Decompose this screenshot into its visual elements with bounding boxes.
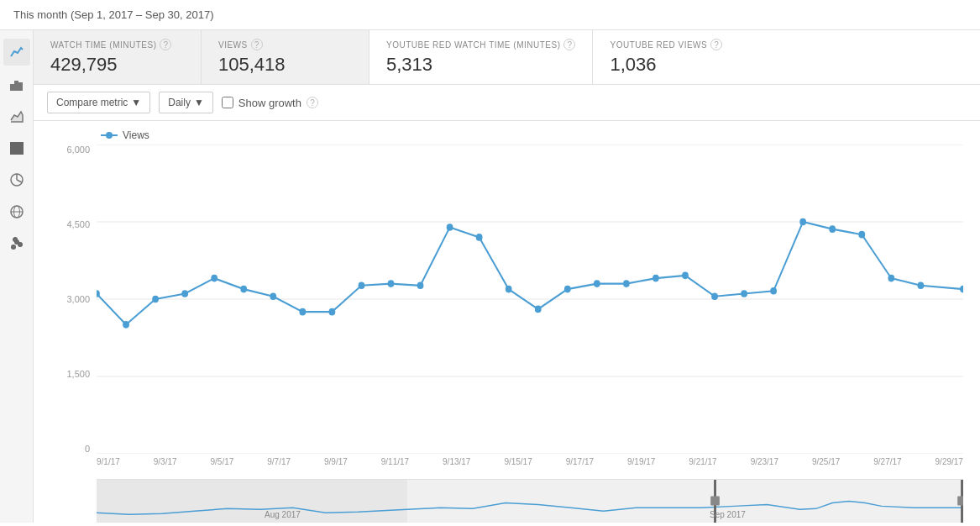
x-label-4: 9/9/17 bbox=[324, 457, 348, 466]
x-label-3: 9/7/17 bbox=[267, 457, 291, 466]
svg-point-30 bbox=[328, 308, 335, 316]
x-label-10: 9/21/17 bbox=[689, 457, 716, 466]
svg-rect-3 bbox=[11, 143, 23, 145]
svg-rect-55 bbox=[710, 497, 720, 506]
mini-label-sep: Sep 2017 bbox=[710, 510, 746, 519]
svg-point-15 bbox=[18, 243, 22, 246]
metric-help-watch-time[interactable]: ? bbox=[160, 39, 171, 50]
svg-point-47 bbox=[829, 225, 836, 233]
metric-help-views[interactable]: ? bbox=[251, 39, 263, 50]
svg-point-39 bbox=[594, 280, 600, 287]
metric-watch-time[interactable]: WATCH TIME (MINUTES) ? 429,795 bbox=[34, 30, 202, 84]
y-label-1: 1,500 bbox=[50, 369, 97, 379]
svg-rect-56 bbox=[957, 497, 963, 506]
x-label-14: 9/29/17 bbox=[935, 457, 963, 466]
svg-rect-4 bbox=[11, 146, 23, 148]
svg-point-27 bbox=[240, 286, 247, 293]
x-label-0: 9/1/17 bbox=[97, 457, 120, 466]
x-label-13: 9/27/17 bbox=[873, 457, 901, 466]
sidebar-icon-table[interactable] bbox=[3, 134, 30, 161]
x-label-6: 9/13/17 bbox=[443, 457, 470, 466]
svg-line-9 bbox=[17, 180, 22, 182]
metric-views[interactable]: VIEWS ? 105,418 bbox=[202, 30, 369, 84]
sidebar-icon-bar-chart[interactable] bbox=[3, 71, 30, 97]
metric-yt-red-views[interactable]: YOUTUBE RED VIEWS ? 1,036 bbox=[593, 30, 761, 84]
y-axis: 0 1,500 3,000 4,500 6,000 bbox=[50, 145, 97, 454]
x-label-1: 9/3/17 bbox=[154, 457, 177, 466]
svg-rect-52 bbox=[97, 480, 407, 523]
main-chart: 0 1,500 3,000 4,500 6,000 bbox=[50, 145, 963, 479]
svg-rect-1 bbox=[15, 82, 18, 90]
svg-rect-0 bbox=[11, 85, 13, 90]
chart-wrapper: 0 1,500 3,000 4,500 6,000 bbox=[50, 145, 963, 523]
sidebar-icon-globe[interactable] bbox=[3, 198, 30, 225]
x-label-12: 9/25/17 bbox=[812, 457, 840, 466]
x-label-7: 9/15/17 bbox=[504, 457, 532, 466]
sidebar-icon-scatter[interactable] bbox=[3, 230, 30, 257]
svg-point-25 bbox=[181, 290, 188, 297]
daily-dropdown[interactable]: Daily ▼ bbox=[159, 92, 213, 113]
svg-point-45 bbox=[770, 287, 777, 295]
svg-point-33 bbox=[417, 281, 424, 289]
x-label-2: 9/5/17 bbox=[211, 457, 234, 466]
metric-value-views: 105,418 bbox=[218, 54, 352, 76]
chevron-down-icon: ▼ bbox=[131, 97, 141, 108]
metrics-bar: WATCH TIME (MINUTES) ? 429,795 VIEWS ? 1… bbox=[34, 30, 980, 85]
svg-point-26 bbox=[211, 275, 217, 282]
content-area: WATCH TIME (MINUTES) ? 429,795 VIEWS ? 1… bbox=[34, 30, 980, 523]
svg-rect-6 bbox=[11, 153, 23, 154]
sidebar-icon-area-chart[interactable] bbox=[3, 103, 30, 129]
chevron-down-icon-daily: ▼ bbox=[194, 97, 204, 108]
svg-point-46 bbox=[799, 218, 806, 226]
svg-point-48 bbox=[858, 231, 865, 239]
svg-point-16 bbox=[13, 238, 17, 241]
x-label-5: 9/11/17 bbox=[381, 457, 409, 466]
metric-help-yt-red-watch[interactable]: ? bbox=[563, 39, 575, 50]
metric-yt-red-watch-time[interactable]: YOUTUBE RED WATCH TIME (MINUTES) ? 5,313 bbox=[369, 30, 593, 84]
y-label-0: 0 bbox=[50, 444, 97, 454]
x-label-8: 9/17/17 bbox=[566, 457, 594, 466]
x-label-9: 9/19/17 bbox=[627, 457, 655, 466]
mini-chart-svg bbox=[97, 480, 963, 523]
legend-line-views bbox=[101, 134, 118, 136]
y-label-3: 4,500 bbox=[50, 219, 97, 229]
svg-point-41 bbox=[652, 275, 659, 282]
line-chart-svg bbox=[97, 145, 963, 454]
svg-point-24 bbox=[152, 296, 159, 303]
svg-point-32 bbox=[388, 280, 395, 287]
svg-point-44 bbox=[741, 290, 747, 297]
svg-point-40 bbox=[623, 280, 630, 287]
y-label-2: 3,000 bbox=[50, 294, 97, 304]
sidebar-icon-line-chart[interactable] bbox=[3, 39, 30, 66]
svg-point-50 bbox=[917, 281, 924, 289]
metric-help-yt-red-views[interactable]: ? bbox=[710, 39, 722, 50]
compare-metric-dropdown[interactable]: Compare metric ▼ bbox=[47, 92, 150, 113]
chart-container: Views 0 1,500 3,000 4,500 6,000 bbox=[34, 121, 980, 523]
sidebar bbox=[0, 30, 34, 523]
metric-value-watch-time: 429,795 bbox=[50, 54, 184, 76]
svg-point-29 bbox=[299, 308, 306, 316]
x-axis: 9/1/17 9/3/17 9/5/17 9/7/17 9/9/17 9/11/… bbox=[97, 454, 963, 479]
svg-point-31 bbox=[359, 281, 365, 289]
svg-point-51 bbox=[960, 286, 963, 293]
svg-point-37 bbox=[535, 306, 542, 313]
svg-point-28 bbox=[270, 292, 276, 300]
svg-point-34 bbox=[447, 224, 453, 231]
show-growth-checkbox[interactable] bbox=[222, 97, 233, 108]
show-growth-checkbox-label[interactable]: Show growth ? bbox=[222, 97, 318, 109]
mini-chart-area[interactable]: Aug 2017 Sep 2017 bbox=[97, 479, 963, 523]
sidebar-icon-pie[interactable] bbox=[3, 166, 30, 193]
svg-rect-2 bbox=[19, 83, 22, 90]
show-growth-help[interactable]: ? bbox=[307, 97, 318, 108]
date-range-title: This month (Sep 1, 2017 – Sep 30, 2017) bbox=[13, 8, 214, 21]
y-label-4: 6,000 bbox=[50, 145, 97, 155]
views-line bbox=[97, 222, 963, 324]
svg-point-23 bbox=[123, 321, 129, 329]
svg-point-13 bbox=[12, 245, 15, 249]
toolbar: Compare metric ▼ Daily ▼ Show growth ? bbox=[34, 85, 980, 121]
metric-value-yt-red-watch: 5,313 bbox=[386, 54, 575, 76]
legend-label-views: Views bbox=[123, 129, 149, 141]
svg-rect-5 bbox=[11, 150, 23, 151]
svg-point-35 bbox=[476, 234, 483, 241]
svg-point-43 bbox=[711, 292, 718, 300]
